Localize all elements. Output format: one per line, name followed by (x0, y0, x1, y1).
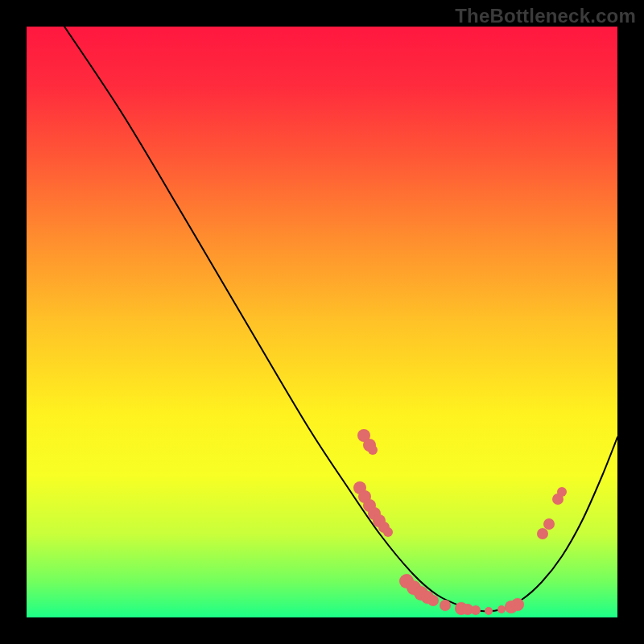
curve-marker (557, 487, 567, 497)
curve-marker (427, 595, 439, 606)
plot-area (27, 27, 617, 617)
curve-marker (368, 445, 378, 455)
bottleneck-curve-path (64, 27, 617, 611)
bottleneck-svg (27, 27, 617, 617)
marker-group (353, 429, 567, 615)
curve-marker (471, 605, 481, 615)
watermark-text: TheBottleneck.com (455, 5, 636, 27)
curve-marker (485, 607, 493, 615)
curve-marker (497, 605, 506, 613)
curve-marker (383, 527, 393, 537)
curve-marker (440, 600, 451, 611)
curve-marker (543, 518, 555, 530)
curve-marker (511, 598, 524, 611)
curve-marker (537, 528, 548, 539)
